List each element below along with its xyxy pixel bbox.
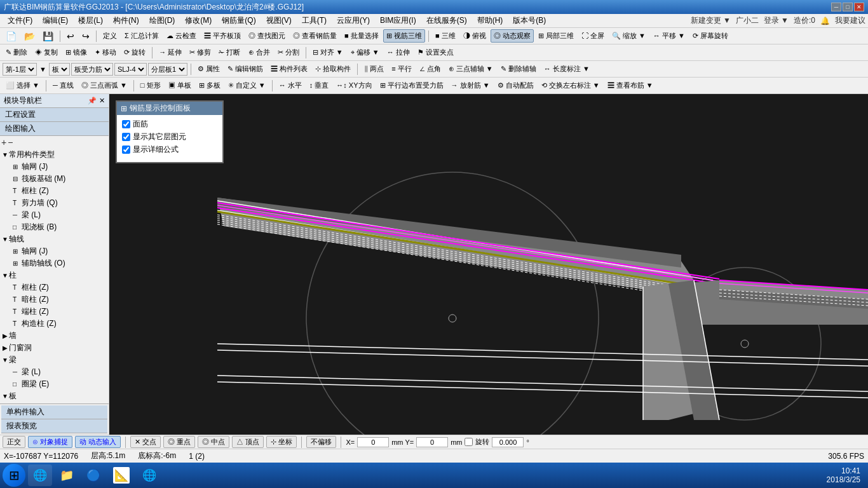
menu-edit[interactable]: 编辑(E) [37,14,73,27]
align-top-btn[interactable]: ☰ 平齐板顶 [201,29,244,43]
copy-btn[interactable]: ◈ 复制 [32,46,61,59]
rotate-btn[interactable]: ⟳ 屏幕旋转 [689,29,731,43]
rebar-tag-select[interactable]: SLJ-4 [114,63,147,76]
menu-view[interactable]: 视图(V) [261,14,297,27]
tree-frame-col[interactable]: T 框柱 (Z) [3,185,109,197]
tree-wall-section[interactable]: ▶ 墙 [0,330,109,342]
parallel-btn[interactable]: ≡ 平行 [388,62,414,76]
rotate2-btn[interactable]: ⟳ 旋转 [121,46,149,59]
tree-struct-col[interactable]: T 构造柱 (Z) [3,318,109,330]
intersect-btn[interactable]: ✕ 交点 [130,436,161,448]
object-snap-btn[interactable]: ⊙ 对象捕捉 [28,436,72,448]
coord-snap-btn[interactable]: ⊹ 坐标 [266,436,297,448]
grip-btn[interactable]: ⚑ 设置夹点 [414,46,457,59]
section-project-settings[interactable]: 工程设置 [0,108,109,122]
view-3d-btn[interactable]: ⊞ 视筋三维 [383,29,425,43]
close-button[interactable]: ✕ [854,3,864,11]
cloud-check-btn[interactable]: ☁ 云检查 [163,29,200,43]
3d-btn[interactable]: ■ 三维 [432,29,459,43]
endpoint-btn[interactable]: ◎ 重点 [163,436,195,448]
bell-icon[interactable]: 🔔 [820,17,830,25]
mirror-btn[interactable]: ⊞ 镜像 [62,46,90,59]
tree-common-types[interactable]: ▼ 常用构件类型 [0,149,109,161]
menu-bim[interactable]: BIM应用(I) [375,14,421,27]
extend-btn[interactable]: → 延伸 [156,46,185,59]
offset-btn[interactable]: ⌖ 偏移 ▼ [348,46,383,59]
other-layer-checkbox[interactable] [122,133,130,141]
auto-rebar-btn[interactable]: ⚙ 自动配筋 [494,79,537,92]
menu-component[interactable]: 构件(N) [108,14,144,27]
redo-btn[interactable]: ↪ [79,29,93,43]
stretch-btn[interactable]: ↔ 拉伸 [384,46,413,59]
tree-door-window[interactable]: ▶ 门窗洞 [0,342,109,354]
local-3d-btn[interactable]: ⊞ 局部三维 [535,29,577,43]
menu-draw[interactable]: 绘图(D) [144,14,180,27]
single-slab-btn[interactable]: ▣ 单板 [165,79,194,92]
radial-btn[interactable]: → 放射筋 ▼ [448,79,493,92]
tree-beam2[interactable]: ─ 梁 (L) [3,366,109,378]
face-rebar-checkbox[interactable] [122,120,130,128]
tree-end-col[interactable]: T 端柱 (Z) [3,306,109,318]
tree-cast-slab[interactable]: □ 现浇板 (B) [3,221,109,233]
rebar-type-select[interactable]: 板受力筋 [71,63,113,76]
view-layout-btn[interactable]: ☰ 查看布筋 ▼ [604,79,656,92]
taskbar-chrome[interactable]: 🔵 [81,464,105,486]
tree-beam[interactable]: ─ 梁 (L) [3,209,109,221]
select-btn[interactable]: ⬜ 选择 ▼ [3,79,43,92]
save-btn[interactable]: 💾 [39,29,57,43]
menu-file[interactable]: 文件(F) [3,14,37,27]
single-comp-input-btn[interactable]: 单构件输入 [1,405,107,419]
break-btn[interactable]: ✁ 打断 [215,46,243,59]
menu-cloud[interactable]: 云应用(Y) [332,14,375,27]
ortho-btn[interactable]: 正交 [3,436,25,448]
tree-slab-section[interactable]: ▼ 板 [0,390,109,402]
layer-select[interactable]: 分层板1 [148,63,187,76]
new-btn[interactable]: 📄 [3,29,20,43]
merge-btn[interactable]: ⊕ 合并 [245,46,273,59]
tree-hidden-col[interactable]: T 暗柱 (Z) [3,294,109,306]
tree-axis-grid[interactable]: ⊞ 轴网 (J) [3,161,109,173]
section-draw-input[interactable]: 绘图输入 [0,122,109,136]
add-icon[interactable]: + [1,137,6,147]
rebar-panel-title[interactable]: ⊞ 钢筋显示控制面板 [117,102,222,115]
y-input[interactable] [416,437,448,447]
dynamic-input-btn[interactable]: 动 动态输入 [75,436,121,448]
tree-axis-section[interactable]: ▼ 轴线 [0,233,109,245]
top-view-btn[interactable]: ◑ 俯视 [460,29,489,43]
tree-frame-col2[interactable]: T 框柱 (Z) [3,281,109,294]
menu-version[interactable]: 版本号(B) [508,14,551,27]
fullscreen-btn[interactable]: ⛶ 全屏 [578,29,607,43]
undo-btn[interactable]: ↩ [64,29,78,43]
multi-slab-btn[interactable]: ⊞ 多板 [196,79,224,92]
align-btn[interactable]: ⊟ 对齐 ▼ [309,46,346,59]
vert-btn[interactable]: ↕ 垂直 [306,79,332,92]
move-btn[interactable]: ✦ 移动 [92,46,119,59]
midpoint-btn[interactable]: ◎ 中点 [198,436,229,448]
len-mark-btn[interactable]: ↔ 长度标注 ▼ [541,62,593,76]
panel-close-icon[interactable]: ✕ [99,97,105,105]
menu-rebar-qty[interactable]: 钢筋量(Q) [217,14,261,27]
vertex-btn[interactable]: △ 顶点 [232,436,264,448]
menu-help[interactable]: 帮助(H) [472,14,508,27]
properties-btn[interactable]: ⚙ 属性 [194,62,223,76]
line-btn[interactable]: ─ 直线 [50,79,77,92]
del-axis-btn[interactable]: ✎ 删除辅轴 [498,62,539,76]
define-btn[interactable]: 定义 [100,29,120,43]
zoom-btn[interactable]: 🔍 缩放 ▼ [609,29,649,43]
feedback-btn[interactable]: 我要建议 [835,15,865,26]
horiz-btn[interactable]: ↔ 水平 [276,79,305,92]
report-preview-btn[interactable]: 报表预览 [1,419,107,433]
tree-column-section[interactable]: ▼ 柱 [0,269,109,281]
pin-icon[interactable]: 📌 [88,97,97,105]
tree-axis-grid2[interactable]: ⊞ 轴网 (J) [3,245,109,257]
rect-btn[interactable]: □ 矩形 [137,79,164,92]
dynamic-view-btn[interactable]: ◎ 动态观察 [491,29,534,43]
rotate-input[interactable] [492,437,524,447]
canvas-area[interactable]: ⊞ 钢筋显示控制面板 面筋 显示其它层图元 显示详细公式 [109,94,868,435]
new-change-btn[interactable]: 新建变更 ▼ [691,15,731,26]
angle-btn[interactable]: ∠ 点角 [416,62,444,76]
batch-select-btn[interactable]: ■ 批量选择 [341,29,382,43]
comp-list-btn[interactable]: ☰ 构件列表 [268,62,311,76]
menu-modify[interactable]: 修改(M) [180,14,217,27]
three-point-axis-btn[interactable]: ⊕ 三点辅轴 ▼ [445,62,496,76]
